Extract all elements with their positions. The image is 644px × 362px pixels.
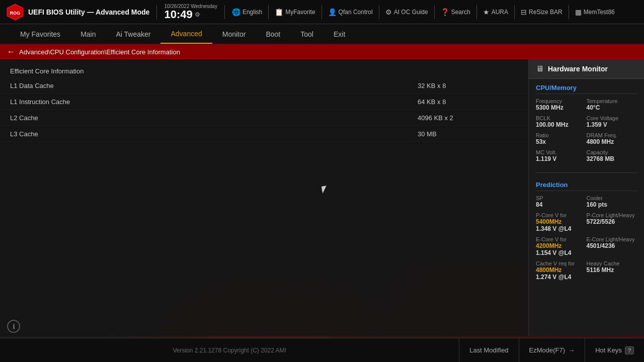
bclk-value: 100.00 MHz [536,121,587,128]
footer-version: Version 2.21.1278 Copyright (C) 2022 AMI [0,347,459,354]
aioc-icon: ⚙ [385,8,392,16]
nav-divider-3 [379,5,379,19]
hw-sp-cooler-row: SP 84 Cooler 160 pts [536,195,637,208]
cpu-memory-section: CPU/Memory Frequency 5300 MHz Temperatur… [529,79,644,169]
pcore-freq-value: 5400MHz [536,218,587,225]
ecore-light-heavy-value: 4501/4236 [587,242,637,249]
hw-ratio-item: Ratio 53x [536,132,587,145]
aura-nav-item[interactable]: ★ AURA [483,8,508,16]
hardware-monitor-panel: 🖥 Hardware Monitor CPU/Memory Frequency … [528,59,644,336]
hw-cache-v-item: Cache V req for 4800MHz 1.274 V @L4 [536,260,587,281]
header-nav: 🌐 English 📋 MyFavorite 👤 Qfan Control ⚙ … [232,5,638,19]
settings-icon[interactable]: ⚙ [195,11,200,18]
menubar-exit[interactable]: Exit [324,24,355,44]
myfavorite-nav-item[interactable]: 📋 MyFavorite [275,8,315,16]
datetime-area: 10/26/2022 Wednesday 10:49 ⚙ [164,4,217,20]
l1-instruction-cache-label: L1 Instruction Cache [10,98,418,106]
pcore-v-for-label: P-Core V for [536,212,587,218]
ecore-light-heavy-label: E-Core Light/Heavy [587,236,637,242]
rog-logo-icon: ROG [6,3,24,21]
nav-divider-7 [569,5,569,19]
memtest-label: MemTest86 [584,9,615,16]
menubar-advanced[interactable]: Advanced [160,24,212,44]
globe-icon: 🌐 [232,8,240,16]
cpu-memory-title: CPU/Memory [536,84,637,94]
qfan-label: Qfan Control [339,9,373,16]
search-nav-item[interactable]: ❓ Search [441,8,470,16]
aura-label: AURA [492,9,508,16]
hw-sp-item: SP 84 [536,195,587,208]
header: ROG UEFI BIOS Utility — Advanced Mode 10… [0,0,644,24]
l1-data-cache-value: 32 KB x 8 [418,82,518,89]
menubar-my-favorites[interactable]: My Favorites [10,24,70,44]
menubar-monitor[interactable]: Monitor [212,24,256,44]
ezmode-button[interactable]: EzMode(F7) → [519,338,585,363]
cache-freq-value: 4800MHz [536,266,587,274]
favorite-icon: 📋 [275,8,283,16]
memtest-nav-item[interactable]: ▦ MemTest86 [575,8,615,16]
mc-volt-label: MC Volt. [536,149,587,155]
hw-ecore-light-heavy-item: E-Core Light/Heavy 4501/4236 [587,236,637,256]
nav-divider-2 [321,5,322,19]
hw-capacity-item: Capacity 32768 MB [587,149,637,162]
myfavorite-label: MyFavorite [285,9,315,16]
aioc-nav-item[interactable]: ⚙ AI OC Guide [385,8,428,16]
resizebar-nav-item[interactable]: ⊟ ReSize BAR [521,8,562,16]
hw-monitor-header: 🖥 Hardware Monitor [529,59,644,79]
ratio-value: 53x [536,138,587,145]
nav-divider-6 [514,5,515,19]
menubar-ai-tweaker[interactable]: Ai Tweaker [106,24,160,44]
ecore-v-detail: 1.154 V @L4 [536,249,587,256]
info-icon[interactable]: ℹ [7,320,20,333]
hotkeys-key: ? [625,346,634,354]
table-row[interactable]: L1 Instruction Cache 64 KB x 8 [0,94,528,110]
temperature-value: 40°C [587,104,637,111]
back-button[interactable]: ← [7,47,15,56]
menubar: My Favorites Main Ai Tweaker Advanced Mo… [0,24,644,44]
l3-cache-label: L3 Cache [10,130,418,138]
ezmode-icon: → [568,346,575,354]
hotkeys-label: Hot Keys [595,346,622,354]
menubar-main[interactable]: Main [70,24,106,44]
hotkeys-button[interactable]: Hot Keys ? [585,338,644,363]
hw-bclk-item: BCLK 100.00 MHz [536,115,587,128]
time-display: 10:49 [164,9,192,20]
nav-divider-5 [476,5,477,19]
logo-area: ROG UEFI BIOS Utility — Advanced Mode [6,3,149,21]
qfan-nav-item[interactable]: 👤 Qfan Control [328,8,373,16]
table-row[interactable]: L1 Data Cache 32 KB x 8 [0,78,528,94]
hw-cooler-item: Cooler 160 pts [587,195,637,208]
hw-heavy-cache-item: Heavy Cache 5116 MHz [587,260,637,281]
prediction-section: Prediction SP 84 Cooler 160 pts P-Core V… [529,176,644,288]
capacity-value: 32768 MB [587,155,637,162]
pcore-light-heavy-value: 5722/5526 [587,218,637,225]
table-row[interactable]: L3 Cache 30 MB [0,126,528,142]
cooler-label: Cooler [587,195,637,201]
hw-corevolt-item: Core Voltage 1.359 V [587,115,637,128]
hw-pcore-row: P-Core V for 5400MHz 1.348 V @L4 P-Core … [536,212,637,232]
last-modified-label: Last Modified [469,346,508,354]
table-row[interactable]: L2 Cache 4096 KB x 2 [0,110,528,126]
capacity-label: Capacity [587,149,637,155]
search-question-icon: ❓ [441,8,449,16]
heavy-cache-label: Heavy Cache [587,260,637,266]
hw-dram-item: DRAM Freq. 4800 MHz [587,132,637,145]
footer-right: Last Modified EzMode(F7) → Hot Keys ? [459,338,644,363]
l2-cache-value: 4096 KB x 2 [418,114,518,122]
ecore-v-for-label: E-Core V for [536,236,587,242]
menubar-boot[interactable]: Boot [256,24,290,44]
core-voltage-label: Core Voltage [587,115,637,121]
cache-v-label: Cache V req for [536,260,587,266]
last-modified-button[interactable]: Last Modified [459,338,518,363]
hw-mcvolt-item: MC Volt. 1.119 V [536,149,587,162]
pcore-v-detail: 1.348 V @L4 [536,225,587,232]
hw-freq-temp-row: Frequency 5300 MHz Temperature 40°C [536,98,637,111]
language-nav-item[interactable]: 🌐 English [232,8,262,16]
l2-cache-label: L2 Cache [10,114,418,122]
main-content: Efficient Core Information L1 Data Cache… [0,59,644,336]
menubar-tool[interactable]: Tool [290,24,324,44]
resizebar-label: ReSize BAR [529,9,562,16]
cache-v-detail: 1.274 V @L4 [536,274,587,281]
hw-ecore-v-item: E-Core V for 4200MHz 1.154 V @L4 [536,236,587,256]
hw-divider [536,172,637,173]
